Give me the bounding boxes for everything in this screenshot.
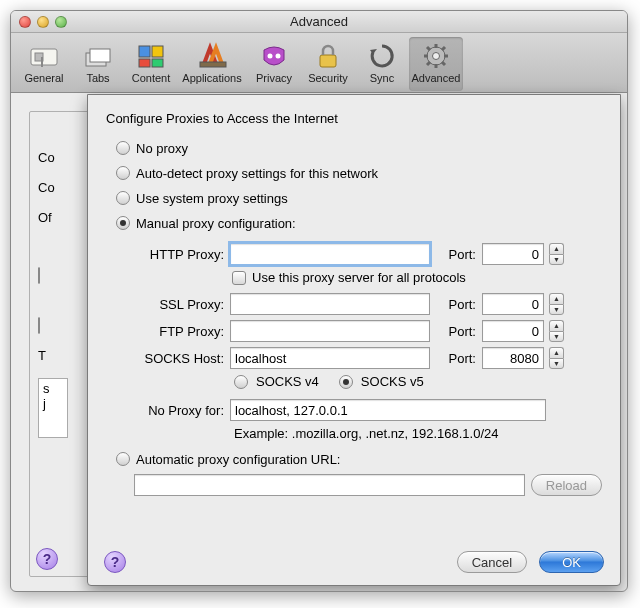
proxy-settings-sheet: Configure Proxies to Access the Internet… (87, 94, 621, 586)
help-button[interactable]: ? (104, 551, 126, 573)
no-proxy-label: No Proxy for: (106, 403, 224, 418)
toolbar-label: Content (125, 72, 177, 84)
port-label: Port: (436, 351, 476, 366)
lock-icon (312, 41, 344, 71)
sheet-heading: Configure Proxies to Access the Internet (106, 111, 602, 126)
titlebar: Advanced (11, 11, 627, 33)
svg-rect-5 (139, 46, 150, 57)
radio-no-proxy-label: No proxy (136, 141, 188, 156)
toolbar-applications[interactable]: Applications (177, 37, 247, 91)
preferences-window: Advanced General Tabs Content Applicatio… (10, 10, 628, 592)
svg-rect-9 (200, 62, 226, 67)
window-controls (11, 16, 67, 28)
gear-icon (420, 41, 452, 71)
help-button[interactable]: ? (36, 548, 58, 570)
socks-port-input[interactable] (482, 347, 544, 369)
ssl-port-stepper[interactable]: ▲ ▼ (549, 293, 564, 315)
switch-icon (28, 41, 60, 71)
http-port-input[interactable] (482, 243, 544, 265)
ftp-port-stepper[interactable]: ▲ ▼ (549, 320, 564, 342)
radio-system-proxy[interactable] (116, 191, 130, 205)
stepper-down-icon[interactable]: ▼ (549, 358, 564, 370)
use-for-all-checkbox[interactable] (232, 271, 246, 285)
toolbar-sync[interactable]: Sync (355, 37, 409, 91)
radio-auto-config-url-label: Automatic proxy configuration URL: (136, 452, 340, 467)
svg-rect-12 (320, 55, 336, 67)
cancel-button[interactable]: Cancel (457, 551, 527, 573)
svg-rect-4 (90, 49, 110, 62)
toolbar-label: Applications (177, 72, 247, 84)
applications-icon (196, 41, 228, 71)
toolbar-label: Advanced (409, 72, 463, 84)
port-label: Port: (436, 247, 476, 262)
http-proxy-input[interactable] (230, 243, 430, 265)
http-proxy-label: HTTP Proxy: (106, 247, 224, 262)
window-title: Advanced (11, 14, 627, 29)
toolbar-label: Security (301, 72, 355, 84)
stepper-up-icon[interactable]: ▲ (549, 293, 564, 304)
svg-rect-6 (152, 46, 163, 57)
stepper-up-icon[interactable]: ▲ (549, 347, 564, 358)
ftp-proxy-label: FTP Proxy: (106, 324, 224, 339)
toolbar-security[interactable]: Security (301, 37, 355, 91)
toolbar-content[interactable]: Content (125, 37, 177, 91)
radio-auto-detect[interactable] (116, 166, 130, 180)
zoom-window-button[interactable] (55, 16, 67, 28)
toolbar-label: General (17, 72, 71, 84)
svg-point-11 (276, 54, 281, 59)
svg-point-10 (268, 54, 273, 59)
socks-host-label: SOCKS Host: (106, 351, 224, 366)
ssl-port-input[interactable] (482, 293, 544, 315)
radio-manual-proxy-label: Manual proxy configuration: (136, 216, 296, 231)
stepper-down-icon[interactable]: ▼ (549, 331, 564, 343)
bg-checkbox[interactable] (38, 267, 40, 284)
radio-socks-v5[interactable] (339, 375, 353, 389)
socks-host-input[interactable] (230, 347, 430, 369)
toolbar-tabs[interactable]: Tabs (71, 37, 125, 91)
radio-system-proxy-label: Use system proxy settings (136, 191, 288, 206)
bg-listbox: s j (38, 378, 68, 438)
ssl-proxy-input[interactable] (230, 293, 430, 315)
ssl-proxy-label: SSL Proxy: (106, 297, 224, 312)
svg-line-20 (442, 62, 445, 65)
tabs-icon (82, 41, 114, 71)
http-port-stepper[interactable]: ▲ ▼ (549, 243, 564, 265)
toolbar-label: Privacy (247, 72, 301, 84)
stepper-down-icon[interactable]: ▼ (549, 254, 564, 266)
radio-socks-v4[interactable] (234, 375, 248, 389)
toolbar-label: Sync (355, 72, 409, 84)
toolbar-general[interactable]: General (17, 37, 71, 91)
stepper-up-icon[interactable]: ▲ (549, 243, 564, 254)
port-label: Port: (436, 324, 476, 339)
svg-rect-8 (152, 59, 163, 67)
mask-icon (258, 41, 290, 71)
minimize-window-button[interactable] (37, 16, 49, 28)
port-label: Port: (436, 297, 476, 312)
stepper-down-icon[interactable]: ▼ (549, 304, 564, 316)
radio-manual-proxy[interactable] (116, 216, 130, 230)
no-proxy-input[interactable] (230, 399, 546, 421)
radio-no-proxy[interactable] (116, 141, 130, 155)
svg-line-19 (427, 47, 430, 50)
bg-checkbox[interactable] (38, 317, 40, 334)
socks-port-stepper[interactable]: ▲ ▼ (549, 347, 564, 369)
preferences-toolbar: General Tabs Content Applications Privac… (11, 33, 627, 93)
ftp-port-input[interactable] (482, 320, 544, 342)
radio-auto-config-url[interactable] (116, 452, 130, 466)
content-icon (135, 41, 167, 71)
ftp-proxy-input[interactable] (230, 320, 430, 342)
ok-button[interactable]: OK (539, 551, 604, 573)
reload-button[interactable]: Reload (531, 474, 602, 496)
svg-rect-2 (41, 57, 43, 67)
svg-line-21 (427, 62, 430, 65)
radio-socks-v5-label: SOCKS v5 (361, 374, 424, 389)
close-window-button[interactable] (19, 16, 31, 28)
svg-rect-7 (139, 59, 150, 67)
auto-config-url-input[interactable] (134, 474, 525, 496)
toolbar-advanced[interactable]: Advanced (409, 37, 463, 91)
svg-point-14 (433, 53, 440, 60)
radio-auto-detect-label: Auto-detect proxy settings for this netw… (136, 166, 378, 181)
no-proxy-example: Example: .mozilla.org, .net.nz, 192.168.… (234, 426, 602, 441)
toolbar-privacy[interactable]: Privacy (247, 37, 301, 91)
stepper-up-icon[interactable]: ▲ (549, 320, 564, 331)
